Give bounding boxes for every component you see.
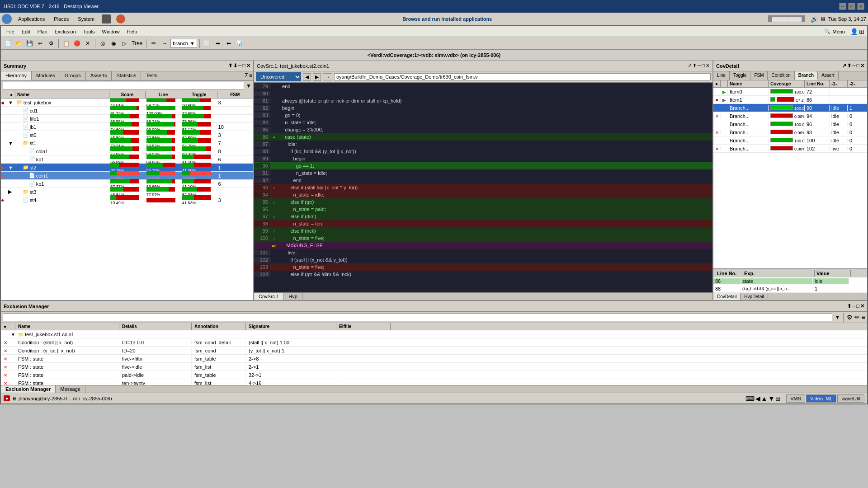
excl-tab-manager[interactable]: Exclusion Manager bbox=[1, 385, 56, 393]
branch-dropdown[interactable]: branch ▼ bbox=[170, 39, 197, 48]
excl-tool-1[interactable]: ⚙ bbox=[847, 314, 853, 321]
src-nav-right[interactable]: ▶ bbox=[313, 73, 321, 81]
filter-dropdown[interactable]: Uncovered All bbox=[256, 72, 301, 81]
cov-table-row[interactable]: ● ▶ Item1 17.24% 86 bbox=[713, 96, 867, 104]
excl-expand-parent[interactable]: ▼ bbox=[8, 332, 15, 337]
cov-tab-branch[interactable]: Branch bbox=[795, 71, 818, 80]
status-video-ml[interactable]: Video_ML bbox=[806, 394, 836, 403]
filter-input[interactable] bbox=[3, 82, 244, 90]
src-btn-2[interactable]: ⬆ bbox=[693, 63, 697, 69]
toolbar-btn-6[interactable]: 📋 bbox=[61, 38, 71, 48]
ld-row-1[interactable]: 88 (kp_hold && (y_tot || x_n... 1 bbox=[713, 285, 867, 293]
excl-btn-4[interactable]: ✕ bbox=[860, 303, 864, 309]
toolbar-btn-10[interactable]: ◉ bbox=[108, 38, 118, 48]
edit-menu[interactable]: Edit bbox=[19, 28, 33, 35]
cov-table-row[interactable]: ✕ Branch... 0.00% 98 idle 0 bbox=[713, 128, 867, 136]
tree-button[interactable]: Tree bbox=[130, 38, 144, 48]
toolbar-btn-15[interactable]: 📊 bbox=[235, 38, 245, 48]
cov-btn-3[interactable]: ─ bbox=[852, 63, 856, 69]
tab-asserts[interactable]: Asserts bbox=[86, 71, 112, 80]
excl-table-row[interactable]: ▼ 📁 test_jukebox.st1.coin1 bbox=[1, 330, 867, 338]
tab-tests[interactable]: Tests bbox=[141, 71, 162, 80]
excl-filter-input[interactable] bbox=[3, 313, 832, 321]
save-button[interactable]: 💾 bbox=[24, 38, 34, 48]
summary-btn-4[interactable]: □ bbox=[242, 63, 245, 69]
places-menu[interactable]: Places bbox=[51, 15, 71, 23]
new-button[interactable]: 📄 bbox=[3, 38, 13, 48]
toolbar-btn-8[interactable]: ✕ bbox=[83, 38, 93, 48]
ld-row-0[interactable]: 86 state idle bbox=[713, 277, 867, 285]
tab-modules[interactable]: Modules bbox=[32, 71, 60, 80]
table-row[interactable]: ● 📄 st4 19.49% 41.53% bbox=[1, 196, 253, 204]
src-btn-1[interactable]: ↗ bbox=[688, 63, 692, 69]
row-expand-6[interactable]: ▼ bbox=[8, 141, 15, 146]
cov-expand-1[interactable]: ▶ bbox=[721, 97, 728, 103]
arrow-tool[interactable]: → bbox=[160, 38, 170, 48]
cov-table-row[interactable]: Branch... 100.00% 90 idle 1 bbox=[713, 104, 867, 112]
row-expand-1[interactable]: ▼ bbox=[8, 100, 15, 105]
status-waveutil[interactable]: waveUtil bbox=[837, 394, 864, 403]
cov-tab-toggle[interactable]: Toggle bbox=[730, 71, 750, 80]
excl-btn-3[interactable]: □ bbox=[856, 303, 859, 309]
src-btn-4[interactable]: □ bbox=[702, 63, 705, 69]
excl-table-row[interactable]: ✕ FSM : state five->fiftn fsm_table 2->8 bbox=[1, 355, 867, 363]
cov-bot-tab-covdetail[interactable]: CovDetail bbox=[713, 293, 741, 300]
open-button[interactable]: 📂 bbox=[14, 38, 24, 48]
sum-icon-1[interactable]: Σ bbox=[245, 72, 248, 80]
excl-tool-2[interactable]: ✏ bbox=[854, 314, 860, 321]
toolbar-btn-5[interactable]: ⚙ bbox=[46, 38, 56, 48]
toolbar-btn-13[interactable]: ➡ bbox=[213, 38, 223, 48]
edit-tool[interactable]: ✏ bbox=[149, 38, 159, 48]
tab-covsrc[interactable]: CovSrc.1 bbox=[254, 293, 284, 300]
filter-down-arrow[interactable]: ▼ bbox=[246, 83, 251, 89]
toolbar-btn-7[interactable]: 🔴 bbox=[72, 38, 82, 48]
tools-menu[interactable]: Tools bbox=[80, 28, 98, 35]
cov-table-row[interactable]: ▶ Item0 100.00% 72 bbox=[713, 88, 867, 96]
file-menu[interactable]: File bbox=[4, 28, 17, 35]
cov-table-row[interactable]: Branch... 100.00% 96 idle 0 bbox=[713, 120, 867, 128]
toolbar-btn-9[interactable]: ◎ bbox=[98, 38, 108, 48]
excl-tool-3[interactable]: ≡ bbox=[862, 314, 865, 321]
close-button[interactable]: ✕ bbox=[857, 3, 864, 10]
plan-menu[interactable]: Plan bbox=[35, 28, 50, 35]
cov-tab-fsm[interactable]: FSM bbox=[750, 71, 768, 80]
window-menu[interactable]: Window bbox=[99, 28, 123, 35]
cov-table-row[interactable]: Branch... 100.00% 100 idle 0 bbox=[713, 136, 867, 145]
src-btn-3[interactable]: ─ bbox=[698, 63, 701, 69]
tab-groups[interactable]: Groups bbox=[60, 71, 86, 80]
toolbar-btn-12[interactable]: ⬜ bbox=[202, 38, 212, 48]
summary-btn-3[interactable]: ─ bbox=[238, 63, 242, 69]
summary-btn-5[interactable]: ✕ bbox=[246, 63, 250, 69]
tab-statistics[interactable]: Statistics bbox=[112, 71, 141, 80]
src-btn-5[interactable]: ✕ bbox=[706, 63, 710, 69]
cov-btn-4[interactable]: □ bbox=[856, 63, 859, 69]
excl-table-row[interactable]: ✕ FSM : state ten->twnty fsm_list 4->16 bbox=[1, 379, 867, 385]
excl-tab-message[interactable]: Message bbox=[56, 385, 85, 393]
summary-btn-2[interactable]: ⬇ bbox=[233, 63, 237, 69]
cov-table-row[interactable]: ✕ Branch... 0.00% 102 five 0 bbox=[713, 145, 867, 153]
cov-tab-condition[interactable]: Condition bbox=[768, 71, 794, 80]
exclusion-menu[interactable]: Exclusion bbox=[52, 28, 79, 35]
toolbar-btn-11[interactable]: ▷ bbox=[119, 38, 129, 48]
applications-menu[interactable]: Applications bbox=[15, 15, 47, 23]
cov-tab-line[interactable]: Line bbox=[713, 71, 730, 80]
cov-bot-tab-hvpdetail[interactable]: HvpDetail bbox=[741, 293, 768, 300]
toolbar-btn-4[interactable]: ↩ bbox=[35, 38, 45, 48]
help-menu[interactable]: Help bbox=[124, 28, 140, 35]
excl-table-row[interactable]: ✕ FSM : state paid->idle fsm_table 32->1 bbox=[1, 371, 867, 379]
excl-btn-2[interactable]: ─ bbox=[852, 303, 856, 309]
system-menu[interactable]: System bbox=[75, 15, 97, 23]
tab-hierarchy[interactable]: Hierarchy bbox=[1, 71, 32, 80]
cov-tab-assert[interactable]: Assert bbox=[818, 71, 838, 80]
cov-table-row[interactable]: ✕ Branch... 0.00% 94 idle 0 bbox=[713, 112, 867, 120]
src-nav-arrow[interactable]: → bbox=[323, 73, 332, 80]
cov-btn-5[interactable]: ✕ bbox=[860, 63, 864, 69]
maximize-button[interactable]: □ bbox=[848, 3, 855, 10]
row-expand-12[interactable]: ▶ bbox=[8, 189, 15, 195]
excl-table-row[interactable]: ✕ Condition : (stall || x_not) ID=13 0.0… bbox=[1, 338, 867, 347]
tab-hvp[interactable]: Hvp bbox=[284, 293, 302, 300]
excl-table-row[interactable]: ✕ Condition : (y_tot || x_not) ID=20 fsm… bbox=[1, 347, 867, 355]
excl-table-row[interactable]: ✕ FSM : state five->idle fsm_list 2->1 bbox=[1, 363, 867, 371]
cov-btn-2[interactable]: ⬆ bbox=[847, 63, 851, 69]
minimize-button[interactable]: ─ bbox=[839, 3, 846, 10]
